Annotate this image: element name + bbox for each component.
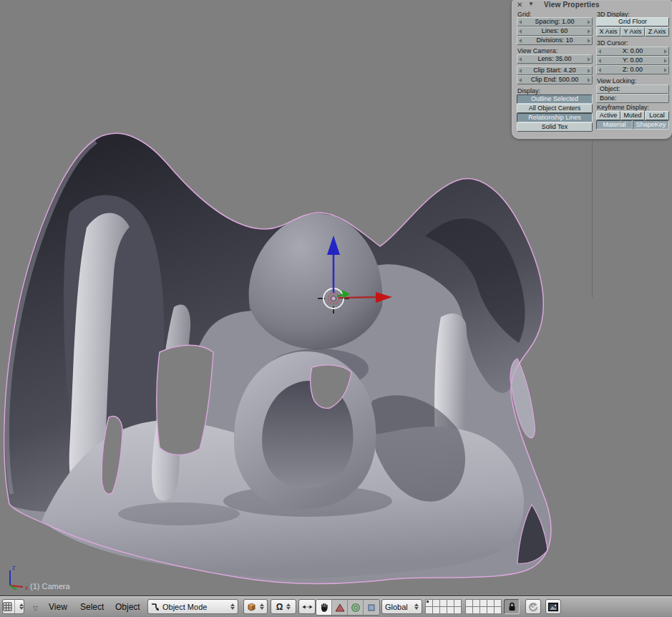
lock-layers-button[interactable] [504, 599, 520, 614]
translate-triangle-icon [335, 603, 345, 612]
editor-grid-icon [3, 602, 12, 611]
keyframe-local-toggle[interactable]: Local [645, 111, 669, 120]
y-axis-toggle[interactable]: Y Axis [620, 27, 645, 37]
lock-bone-field[interactable]: Bone: [596, 94, 669, 103]
gizmo-x-label: x [25, 584, 29, 591]
render-image-icon [548, 603, 558, 611]
display-label: Display: [517, 87, 540, 94]
grid-lines-field[interactable]: Lines: 60 [517, 26, 593, 36]
pivot-omega-icon: Ω [276, 602, 283, 612]
lock-object-field[interactable]: Object: [596, 84, 669, 94]
keyframe-muted-toggle[interactable]: Muted [620, 111, 645, 120]
move-object-centers-icon [302, 603, 313, 611]
close-icon[interactable]: ✕ [517, 1, 522, 9]
grid-floor-toggle[interactable]: Grid Floor [596, 17, 669, 26]
swirl-icon [528, 602, 538, 612]
mini-axis-gizmo: z x [10, 564, 29, 591]
gizmo-z-label: z [12, 564, 16, 571]
divider [14, 600, 15, 613]
rotate-circle-icon [351, 603, 361, 613]
mesh-floor-shadow-2 [118, 502, 240, 525]
object-mode-icon [151, 603, 160, 611]
x-axis-toggle[interactable]: X Axis [596, 27, 620, 37]
3d-cursor-label: 3D Cursor: [597, 39, 628, 47]
layer-buttons-group-1 [426, 600, 462, 614]
orientation-label: Global [385, 603, 411, 611]
rotate-manipulator-button[interactable] [348, 600, 364, 615]
all-object-centers-toggle[interactable]: All Object Centers [517, 104, 593, 113]
collapse-icon[interactable]: ▼ [528, 1, 534, 7]
orientation-dropdown-arrows [414, 603, 419, 610]
keyframe-display-label: Keyframe Display: [597, 104, 649, 111]
z-axis-toggle[interactable]: Z Axis [645, 27, 669, 37]
layer-button[interactable] [494, 606, 502, 614]
panel-title: View Properties [544, 1, 600, 9]
translate-manipulator-button[interactable] [332, 600, 348, 615]
relationship-lines-toggle[interactable]: Relationship Lines [517, 113, 593, 122]
view-locking-label: View Locking: [597, 77, 636, 84]
pivot-point-button[interactable]: Ω [271, 599, 296, 614]
proportional-swirl-button[interactable] [525, 599, 541, 614]
layer-buttons-group-2 [466, 600, 502, 614]
manipulator-toggle-button[interactable] [316, 600, 332, 615]
lock-icon [508, 602, 516, 611]
draw-type-solid-icon [247, 602, 256, 611]
draw-type-dropdown-arrows [260, 603, 264, 610]
scale-square-icon [368, 604, 375, 611]
outline-selected-toggle[interactable]: Outline Selected [517, 94, 593, 104]
keyframe-active-toggle[interactable]: Active [596, 111, 620, 120]
view-camera-label: View Camera: [517, 47, 557, 54]
manipulator-group [316, 599, 380, 616]
camera-name-label: (1) Camera [30, 582, 71, 591]
orientation-dropdown[interactable]: Global [381, 599, 422, 614]
keyframe-shapekey-toggle[interactable]: ShapeKey [633, 120, 669, 130]
editor-type-button[interactable] [2, 599, 24, 614]
clip-start-field[interactable]: Clip Start: 4.20 [517, 66, 593, 75]
hand-icon [319, 602, 329, 613]
grid-divisions-field[interactable]: Divisions: 10 [517, 36, 593, 45]
render-window-button[interactable] [545, 599, 561, 614]
solid-tex-toggle[interactable]: Solid Tex [517, 122, 593, 132]
grid-spacing-field[interactable]: Spacing: 1.00 [517, 17, 593, 26]
cursor-center-dot [331, 296, 336, 301]
mode-dropdown-arrows [230, 603, 235, 610]
panel-header: ✕ ▼ View Properties [512, 0, 672, 9]
scale-manipulator-button[interactable] [364, 600, 379, 615]
pivot-dropdown-arrows [286, 603, 291, 610]
mode-dropdown-label: Object Mode [162, 603, 227, 611]
cursor-y-field[interactable]: Y: 0.00 [596, 56, 669, 65]
viewport-header-bar: ▽ View Select Object Object Mode Ω [0, 596, 672, 617]
clip-end-field[interactable]: Clip End: 500.00 [517, 75, 593, 84]
move-centers-button[interactable] [298, 599, 316, 614]
cursor-x-field[interactable]: X: 0.00 [596, 47, 669, 56]
draw-type-button[interactable] [243, 599, 268, 614]
mode-dropdown[interactable]: Object Mode [147, 599, 238, 614]
blender-3d-view: { "panel": { "title": "View Properties",… [0, 0, 672, 617]
menu-select[interactable]: Select [80, 602, 104, 612]
editor-type-dropdown-arrows [19, 603, 24, 610]
cursor-z-field[interactable]: Z: 0.00 [596, 65, 669, 74]
menu-object[interactable]: Object [115, 602, 140, 612]
lens-field[interactable]: Lens: 35.00 [517, 54, 593, 64]
viewport-3d[interactable]: z x (1) Camera ✕ ▼ View Properties Grid:… [0, 0, 672, 596]
layer-button[interactable] [454, 606, 462, 614]
keyframe-material-toggle[interactable]: Material [596, 120, 633, 130]
menu-view[interactable]: View [49, 602, 67, 612]
menu-collapse-icon[interactable]: ▽ [33, 605, 38, 612]
view-properties-panel: ✕ ▼ View Properties Grid: Spacing: 1.00 … [512, 0, 672, 139]
